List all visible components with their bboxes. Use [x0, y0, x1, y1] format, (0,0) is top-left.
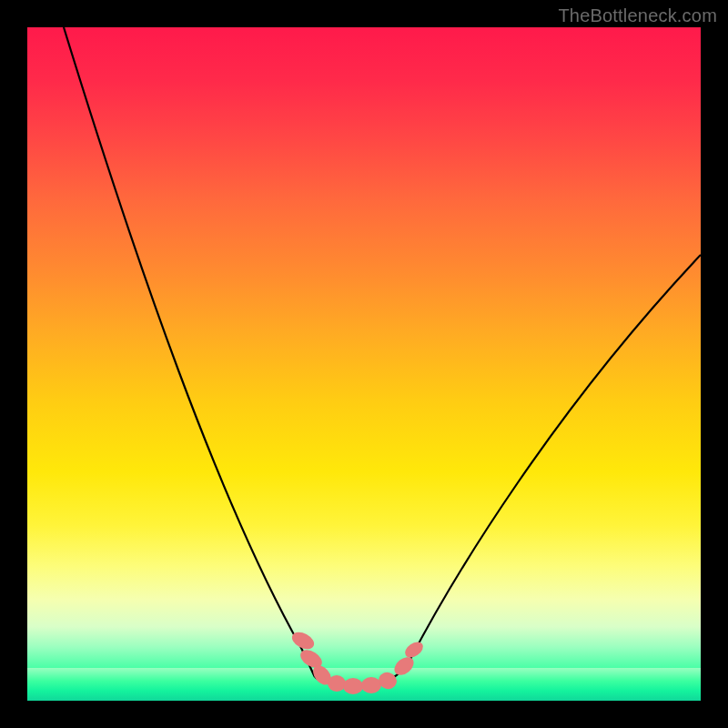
left-descent-curve [64, 27, 315, 677]
attribution-text: TheBottleneck.com [558, 5, 717, 26]
plot-area [27, 27, 701, 701]
marker-dot [343, 678, 363, 694]
marker-group [289, 629, 426, 694]
marker-dot [391, 653, 418, 679]
marker-dot [328, 675, 346, 692]
chart-frame: TheBottleneck.com [0, 0, 728, 728]
curve-layer [27, 27, 701, 701]
right-ascent-curve [410, 255, 701, 661]
marker-dot [361, 677, 381, 693]
